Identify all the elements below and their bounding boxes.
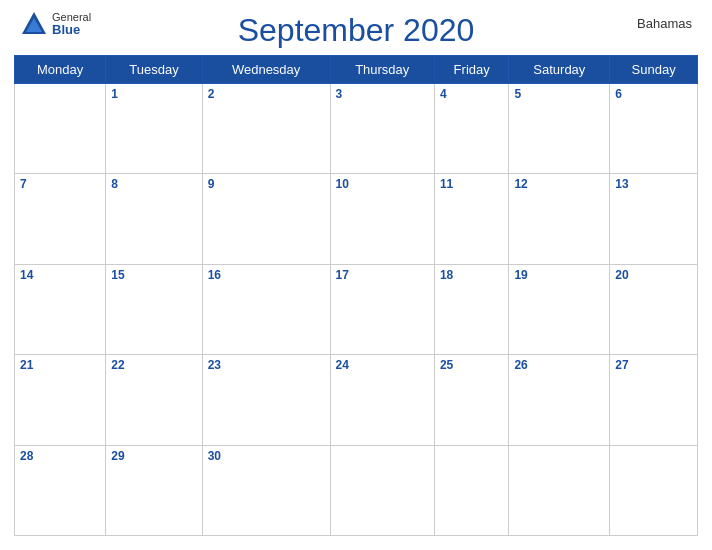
day-cell: 15 — [106, 264, 202, 354]
day-cell: 13 — [610, 174, 698, 264]
day-cell: 23 — [202, 355, 330, 445]
day-cell — [509, 445, 610, 535]
day-cell: 14 — [15, 264, 106, 354]
day-cell: 21 — [15, 355, 106, 445]
day-cell: 10 — [330, 174, 434, 264]
calendar-table: Monday Tuesday Wednesday Thursday Friday… — [14, 55, 698, 536]
col-thursday: Thursday — [330, 56, 434, 84]
logo-blue: Blue — [52, 23, 91, 36]
week-row-5: 28 29 30 — [15, 445, 698, 535]
day-cell: 20 — [610, 264, 698, 354]
day-cell: 12 — [509, 174, 610, 264]
col-saturday: Saturday — [509, 56, 610, 84]
page-title: September 2020 — [238, 12, 475, 49]
day-cell: 5 — [509, 84, 610, 174]
day-cell — [330, 445, 434, 535]
day-cell: 27 — [610, 355, 698, 445]
day-cell: 8 — [106, 174, 202, 264]
day-cell: 29 — [106, 445, 202, 535]
country-label: Bahamas — [637, 16, 692, 31]
day-cell: 16 — [202, 264, 330, 354]
logo: General Blue — [20, 10, 91, 38]
day-cell — [15, 84, 106, 174]
day-cell: 1 — [106, 84, 202, 174]
day-cell — [610, 445, 698, 535]
day-cell: 4 — [434, 84, 509, 174]
weekday-header-row: Monday Tuesday Wednesday Thursday Friday… — [15, 56, 698, 84]
day-cell: 11 — [434, 174, 509, 264]
day-cell: 22 — [106, 355, 202, 445]
col-sunday: Sunday — [610, 56, 698, 84]
page-header: General Blue September 2020 Bahamas — [0, 0, 712, 55]
logo-icon — [20, 10, 48, 38]
week-row-1: 1 2 3 4 5 6 — [15, 84, 698, 174]
col-monday: Monday — [15, 56, 106, 84]
day-cell: 28 — [15, 445, 106, 535]
week-row-3: 14 15 16 17 18 19 20 — [15, 264, 698, 354]
week-row-4: 21 22 23 24 25 26 27 — [15, 355, 698, 445]
day-cell: 17 — [330, 264, 434, 354]
day-cell: 9 — [202, 174, 330, 264]
day-cell: 6 — [610, 84, 698, 174]
col-wednesday: Wednesday — [202, 56, 330, 84]
day-cell: 7 — [15, 174, 106, 264]
day-cell: 30 — [202, 445, 330, 535]
day-cell: 19 — [509, 264, 610, 354]
day-cell: 2 — [202, 84, 330, 174]
day-cell: 18 — [434, 264, 509, 354]
col-tuesday: Tuesday — [106, 56, 202, 84]
day-cell — [434, 445, 509, 535]
day-cell: 24 — [330, 355, 434, 445]
day-cell: 26 — [509, 355, 610, 445]
day-cell: 3 — [330, 84, 434, 174]
col-friday: Friday — [434, 56, 509, 84]
logo-text: General Blue — [52, 12, 91, 36]
day-cell: 25 — [434, 355, 509, 445]
calendar-container: Monday Tuesday Wednesday Thursday Friday… — [0, 55, 712, 550]
week-row-2: 7 8 9 10 11 12 13 — [15, 174, 698, 264]
